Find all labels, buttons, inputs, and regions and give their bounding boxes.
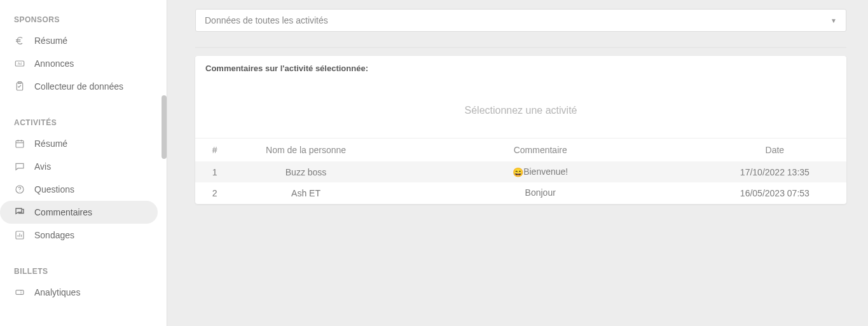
svg-rect-6: [16, 140, 24, 147]
activity-select-label: Données de toutes les activités: [205, 15, 328, 25]
speech-icon: [14, 161, 25, 172]
poll-icon: [14, 229, 25, 241]
column-header-comment: Commentaire: [378, 139, 703, 162]
cell-comment: Bonjour: [378, 182, 703, 203]
sidebar-item-label: Résumé: [34, 36, 144, 46]
comments-icon: [14, 207, 25, 218]
sidebar-item-label: Commentaires: [34, 207, 144, 217]
table-row: 1 Buzz boss 😄Bienvenue! 17/10/2022 13:35: [195, 161, 846, 182]
card-title: Commentaires sur l'activité sélectionnée…: [195, 56, 846, 77]
column-header-date: Date: [703, 139, 846, 162]
sidebar-item-label: Résumé: [34, 139, 144, 149]
sidebar-item-sondages[interactable]: Sondages: [0, 224, 158, 247]
sidebar-item-label: Questions: [34, 184, 144, 194]
sidebar-item-avis[interactable]: Avis: [0, 155, 158, 178]
cell-name: Buzz boss: [234, 161, 377, 182]
svg-rect-16: [16, 290, 24, 295]
table-row: 2 Ash ET Bonjour 16/05/2023 07:53: [195, 182, 846, 203]
svg-point-11: [19, 191, 20, 191]
sidebar-item-label: Avis: [34, 161, 144, 172]
section-header-sponsors: SPONSORS: [0, 6, 167, 29]
sidebar-item-resume-sponsors[interactable]: Résumé: [0, 29, 158, 52]
sidebar-item-resume-activites[interactable]: Résumé: [0, 132, 158, 155]
cell-date: 17/10/2022 13:35: [703, 161, 846, 182]
column-header-name: Nom de la personne: [234, 139, 377, 162]
activity-select[interactable]: Données de toutes les activités ▼: [195, 9, 846, 32]
comments-card: Commentaires sur l'activité sélectionnée…: [195, 56, 846, 204]
sidebar-item-commentaires[interactable]: Commentaires: [0, 201, 158, 224]
main-content: Données de toutes les activités ▼ Commen…: [167, 0, 868, 326]
calendar-icon: [14, 138, 25, 149]
section-header-activites: ACTIVITÉS: [0, 109, 167, 132]
card-hint: Sélectionnez une activité: [195, 77, 846, 138]
comments-table: # Nom de la personne Commentaire Date 1 …: [195, 138, 846, 204]
column-header-idx: #: [195, 139, 234, 162]
cell-idx: 1: [195, 161, 234, 182]
sidebar: SPONSORS Résumé Ad Annonces Collecteur d…: [0, 0, 167, 326]
cell-idx: 2: [195, 182, 234, 203]
cell-name: Ash ET: [234, 182, 377, 203]
scrollbar-thumb[interactable]: [162, 95, 167, 159]
clipboard-icon: [14, 81, 25, 92]
sidebar-item-analytiques[interactable]: Analytiques: [0, 281, 158, 304]
divider: [195, 47, 846, 48]
question-icon: [14, 184, 25, 195]
sidebar-item-label: Analytiques: [34, 287, 144, 297]
sidebar-item-label: Sondages: [34, 230, 144, 240]
emoji-icon: 😄: [513, 167, 523, 177]
sidebar-item-label: Annonces: [34, 58, 144, 69]
ad-icon: Ad: [14, 58, 25, 69]
chevron-down-icon: ▼: [830, 17, 837, 24]
cell-comment: 😄Bienvenue!: [378, 161, 703, 182]
sidebar-item-annonces[interactable]: Ad Annonces: [0, 52, 158, 75]
sidebar-item-questions[interactable]: Questions: [0, 178, 158, 201]
svg-text:Ad: Ad: [18, 62, 22, 65]
sidebar-item-label: Collecteur de données: [34, 81, 144, 92]
section-header-billets: BILLETS: [0, 258, 167, 281]
sidebar-item-collecteur[interactable]: Collecteur de données: [0, 75, 158, 98]
cell-date: 16/05/2023 07:53: [703, 182, 846, 203]
euro-icon: [14, 35, 25, 46]
ticket-icon: [14, 287, 25, 298]
